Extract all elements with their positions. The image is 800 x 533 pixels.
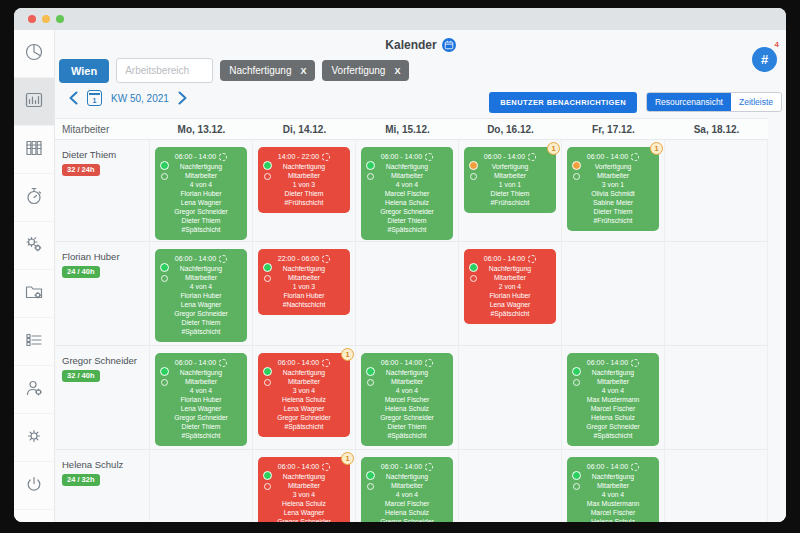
- list-icon: [24, 330, 44, 354]
- workspace-input[interactable]: [116, 58, 213, 83]
- sidebar-item-folder-gear[interactable]: [14, 270, 54, 318]
- day-cell[interactable]: 06:00 - 14:00NachfertigungMitarbeiter4 v…: [356, 140, 459, 241]
- shift-employee: Lena Wagner: [159, 404, 243, 413]
- day-cell[interactable]: [665, 450, 768, 522]
- status-dot-green: [572, 367, 581, 376]
- shift-employee: Florian Huber: [262, 291, 346, 300]
- shift-ratio: 1 von 3: [262, 180, 346, 189]
- day-cell[interactable]: 06:00 - 14:00NachfertigungMitarbeiter4 v…: [150, 346, 253, 449]
- day-cell[interactable]: [150, 450, 253, 522]
- pie-chart-icon: [24, 42, 44, 66]
- filter-chip-vorfertigung[interactable]: Vorfertigung X: [322, 60, 409, 81]
- shift-role: Mitarbeiter: [262, 273, 346, 282]
- calendar-week-icon[interactable]: 1: [87, 90, 102, 106]
- day-cell[interactable]: 06:00 - 14:001VorfertigungMitarbeiter1 v…: [459, 140, 562, 241]
- status-dot-empty: [367, 173, 374, 180]
- remove-chip-icon[interactable]: X: [300, 66, 306, 76]
- status-dot-green: [469, 263, 478, 272]
- shift-time: 06:00 - 14:00: [365, 462, 449, 471]
- day-cell[interactable]: 06:00 - 14:00NachfertigungMitarbeiter4 v…: [562, 346, 665, 449]
- minimize-window-button[interactable]: [42, 15, 50, 23]
- shift-card[interactable]: 06:00 - 14:00NachfertigungMitarbeiter4 v…: [567, 457, 659, 522]
- hours-badge: 24 / 40h: [62, 266, 100, 279]
- shift-activity: Nachfertigung: [159, 368, 243, 377]
- next-week-button[interactable]: [178, 91, 187, 105]
- shift-card[interactable]: 06:00 - 14:001NachfertigungMitarbeiter3 …: [258, 457, 350, 522]
- day-cell[interactable]: 22:00 - 06:00NachfertigungMitarbeiter1 v…: [253, 242, 356, 345]
- shift-card[interactable]: 06:00 - 14:00NachfertigungMitarbeiter4 v…: [155, 249, 247, 342]
- day-cell[interactable]: [665, 140, 768, 241]
- shift-card[interactable]: 06:00 - 14:00NachfertigungMitarbeiter4 v…: [361, 147, 453, 240]
- sidebar-item-gears[interactable]: [14, 222, 54, 270]
- shift-card[interactable]: 14:00 - 22:00NachfertigungMitarbeiter1 v…: [258, 147, 350, 213]
- shift-role: Mitarbeiter: [571, 171, 655, 180]
- day-header: Mo, 13.12.: [150, 124, 253, 135]
- day-cell[interactable]: 06:00 - 14:00NachfertigungMitarbeiter4 v…: [356, 346, 459, 449]
- shift-employee: Helena Schulz: [262, 395, 346, 404]
- shift-role: Mitarbeiter: [468, 273, 552, 282]
- day-cell[interactable]: [459, 346, 562, 449]
- bar-chart-icon: [24, 90, 44, 114]
- shift-card[interactable]: 06:00 - 14:001VorfertigungMitarbeiter3 v…: [567, 147, 659, 231]
- shift-card[interactable]: 06:00 - 14:00NachfertigungMitarbeiter4 v…: [155, 147, 247, 240]
- day-cell[interactable]: 06:00 - 14:001NachfertigungMitarbeiter3 …: [253, 450, 356, 522]
- sidebar-item-user-gear[interactable]: [14, 366, 54, 414]
- day-cell[interactable]: [356, 242, 459, 345]
- notify-users-button[interactable]: BENUTZER BENACHRICHTIGEN: [489, 92, 637, 113]
- shift-card[interactable]: 06:00 - 14:00NachfertigungMitarbeiter4 v…: [155, 353, 247, 446]
- sidebar-item-gear[interactable]: [14, 414, 54, 462]
- shift-role: Mitarbeiter: [365, 377, 449, 386]
- sidebar-item-pie-chart[interactable]: [14, 30, 54, 78]
- sidebar-item-bar-chart[interactable]: [14, 78, 54, 126]
- table-body: Dieter Thiem32 / 24h06:00 - 14:00Nachfer…: [55, 140, 768, 522]
- sidebar-item-list[interactable]: [14, 318, 54, 366]
- remove-chip-icon[interactable]: X: [394, 66, 400, 76]
- day-header: Sa, 18.12.: [665, 124, 768, 135]
- shift-card[interactable]: 06:00 - 14:001NachfertigungMitarbeiter3 …: [258, 353, 350, 437]
- close-window-button[interactable]: [28, 15, 36, 23]
- status-dot-green: [160, 263, 169, 272]
- repeat-icon: [322, 255, 330, 263]
- sidebar-item-stopwatch[interactable]: [14, 174, 54, 222]
- day-cell[interactable]: 06:00 - 14:00NachfertigungMitarbeiter4 v…: [562, 450, 665, 522]
- day-cell[interactable]: 06:00 - 14:00NachfertigungMitarbeiter2 v…: [459, 242, 562, 345]
- toggle-timeline-view[interactable]: Zeitleiste: [731, 93, 781, 111]
- sidebar-item-power[interactable]: [14, 462, 54, 510]
- shift-employee: Dieter Thiem: [262, 189, 346, 198]
- alert-badge: 1: [650, 142, 663, 155]
- day-cell[interactable]: 14:00 - 22:00NachfertigungMitarbeiter1 v…: [253, 140, 356, 241]
- day-cell[interactable]: [562, 242, 665, 345]
- status-dot-green: [572, 471, 581, 480]
- week-label: KW 50, 2021: [111, 93, 169, 104]
- sidebar-item-planning-board[interactable]: [14, 126, 54, 174]
- shift-tag: #Spätschicht: [159, 431, 243, 440]
- maximize-window-button[interactable]: [56, 15, 64, 23]
- day-cell[interactable]: 06:00 - 14:001VorfertigungMitarbeiter3 v…: [562, 140, 665, 241]
- day-header: Mi, 15.12.: [356, 124, 459, 135]
- shift-card[interactable]: 06:00 - 14:00NachfertigungMitarbeiter2 v…: [464, 249, 556, 324]
- shift-card[interactable]: 06:00 - 14:001VorfertigungMitarbeiter1 v…: [464, 147, 556, 213]
- day-cell[interactable]: 06:00 - 14:00NachfertigungMitarbeiter4 v…: [356, 450, 459, 522]
- day-header: Do, 16.12.: [459, 124, 562, 135]
- shift-tag: #Spätschicht: [365, 431, 449, 440]
- day-cell[interactable]: 06:00 - 14:00NachfertigungMitarbeiter4 v…: [150, 140, 253, 241]
- toggle-resource-view[interactable]: Resourcenansicht: [647, 93, 731, 111]
- shift-card[interactable]: 22:00 - 06:00NachfertigungMitarbeiter1 v…: [258, 249, 350, 315]
- status-dot-empty: [264, 379, 271, 386]
- shift-card[interactable]: 06:00 - 14:00NachfertigungMitarbeiter4 v…: [361, 353, 453, 446]
- status-dot-green: [263, 161, 272, 170]
- prev-week-button[interactable]: [69, 91, 78, 105]
- day-cell[interactable]: [665, 242, 768, 345]
- filter-chip-nachfertigung[interactable]: Nachfertigung X: [220, 60, 315, 81]
- shift-employee: Florian Huber: [159, 189, 243, 198]
- shift-card[interactable]: 06:00 - 14:00NachfertigungMitarbeiter4 v…: [361, 457, 453, 522]
- day-cell[interactable]: [665, 346, 768, 449]
- day-cell[interactable]: 06:00 - 14:001NachfertigungMitarbeiter3 …: [253, 346, 356, 449]
- shift-activity: Nachfertigung: [262, 162, 346, 171]
- day-cell[interactable]: 06:00 - 14:00NachfertigungMitarbeiter4 v…: [150, 242, 253, 345]
- day-cell[interactable]: [459, 450, 562, 522]
- shift-card[interactable]: 06:00 - 14:00NachfertigungMitarbeiter4 v…: [567, 353, 659, 446]
- shift-ratio: 4 von 4: [159, 180, 243, 189]
- channel-button[interactable]: 4 #: [752, 47, 777, 72]
- location-button[interactable]: Wien: [59, 59, 109, 83]
